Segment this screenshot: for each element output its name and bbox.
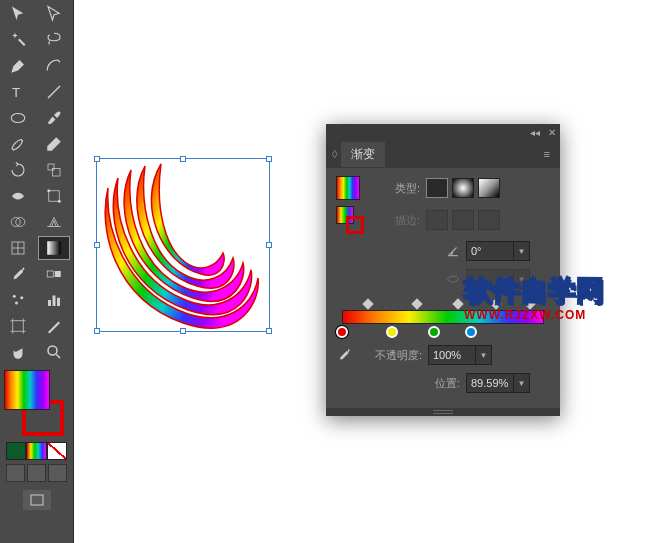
- close-icon[interactable]: ✕: [548, 127, 556, 138]
- svg-rect-19: [13, 321, 24, 332]
- color-stop-1[interactable]: [336, 326, 348, 338]
- gradient-panel: ◂◂ ✕ ◊ 渐变 ≡ 类型: 描边:: [326, 124, 560, 416]
- svg-rect-17: [52, 296, 55, 307]
- stroke-grad-across: [478, 210, 500, 230]
- color-stop-2[interactable]: [386, 326, 398, 338]
- eyedropper-icon[interactable]: [336, 347, 352, 363]
- svg-rect-18: [57, 298, 60, 306]
- gradient-type-freeform[interactable]: [478, 178, 500, 198]
- fill-swatch[interactable]: [4, 370, 50, 410]
- rotate-tool[interactable]: [2, 158, 34, 182]
- width-tool[interactable]: [2, 184, 34, 208]
- handle-r[interactable]: [266, 242, 272, 248]
- svg-rect-12: [54, 271, 60, 277]
- handle-b[interactable]: [180, 328, 186, 334]
- eraser-tool[interactable]: [38, 132, 70, 156]
- opacity-input[interactable]: 100%: [428, 345, 476, 365]
- angle-icon: [446, 244, 460, 258]
- draw-normal[interactable]: [6, 464, 25, 482]
- color-stop-4[interactable]: [465, 326, 477, 338]
- svg-point-6: [57, 200, 60, 203]
- watermark: 软件自学网 WWW.RJZXW.COM: [464, 272, 604, 322]
- color-mode-solid[interactable]: [6, 442, 26, 460]
- blend-tool[interactable]: [38, 262, 70, 286]
- svg-rect-11: [47, 271, 53, 277]
- magic-wand-tool[interactable]: [2, 28, 34, 52]
- artboard-tool[interactable]: [2, 314, 34, 338]
- toolbox-panel: T: [0, 0, 74, 543]
- direct-selection-tool[interactable]: [38, 2, 70, 26]
- watermark-url: WWW.RJZXW.COM: [464, 308, 604, 322]
- handle-l[interactable]: [94, 242, 100, 248]
- slice-tool[interactable]: [38, 314, 70, 338]
- shaper-tool[interactable]: [2, 132, 34, 156]
- panel-toggle-icon[interactable]: ◊: [332, 148, 337, 160]
- svg-point-5: [47, 189, 50, 192]
- svg-point-14: [20, 296, 23, 299]
- panel-menu-icon[interactable]: ≡: [540, 144, 554, 164]
- svg-point-1: [11, 114, 25, 123]
- eyedropper-tool[interactable]: [2, 262, 34, 286]
- canvas-selection[interactable]: [96, 158, 270, 332]
- midpoint-1[interactable]: [362, 298, 373, 309]
- perspective-grid-tool[interactable]: [38, 210, 70, 234]
- paintbrush-tool[interactable]: [38, 106, 70, 130]
- midpoint-3[interactable]: [452, 298, 463, 309]
- opacity-dropdown[interactable]: ▼: [476, 345, 492, 365]
- watermark-text: 软件自学网: [464, 272, 604, 310]
- curvature-tool[interactable]: [38, 54, 70, 78]
- color-mode-none[interactable]: [47, 442, 67, 460]
- handle-br[interactable]: [266, 328, 272, 334]
- type-label: 类型:: [372, 181, 420, 196]
- midpoint-2[interactable]: [411, 298, 422, 309]
- fill-stroke-toggle[interactable]: [336, 206, 364, 234]
- position-label: 位置:: [412, 376, 460, 391]
- svg-point-15: [15, 302, 18, 305]
- handle-tr[interactable]: [266, 156, 272, 162]
- handle-tl[interactable]: [94, 156, 100, 162]
- stroke-grad-within: [426, 210, 448, 230]
- opacity-label: 不透明度:: [358, 348, 422, 363]
- bounding-box: [96, 158, 270, 332]
- hand-tool[interactable]: [2, 340, 34, 364]
- screen-mode[interactable]: [23, 490, 51, 510]
- column-graph-tool[interactable]: [38, 288, 70, 312]
- svg-point-13: [13, 295, 16, 298]
- lasso-tool[interactable]: [38, 28, 70, 52]
- gradient-type-linear[interactable]: [426, 178, 448, 198]
- angle-input[interactable]: 0°: [466, 241, 514, 261]
- mesh-tool[interactable]: [2, 236, 34, 260]
- handle-t[interactable]: [180, 156, 186, 162]
- zoom-tool[interactable]: [38, 340, 70, 364]
- tab-gradient[interactable]: 渐变: [341, 142, 385, 167]
- stroke-label: 描边:: [372, 213, 420, 228]
- selection-tool[interactable]: [2, 2, 34, 26]
- svg-rect-10: [47, 241, 61, 255]
- handle-bl[interactable]: [94, 328, 100, 334]
- svg-text:T: T: [12, 85, 20, 100]
- panel-resize-handle[interactable]: [326, 408, 560, 416]
- svg-rect-21: [31, 495, 43, 505]
- pen-tool[interactable]: [2, 54, 34, 78]
- position-dropdown[interactable]: ▼: [514, 373, 530, 393]
- scale-tool[interactable]: [38, 158, 70, 182]
- ellipse-tool[interactable]: [2, 106, 34, 130]
- symbol-sprayer-tool[interactable]: [2, 288, 34, 312]
- color-mode-gradient[interactable]: [26, 442, 46, 460]
- gradient-preview-swatch[interactable]: [336, 176, 360, 200]
- angle-dropdown[interactable]: ▼: [514, 241, 530, 261]
- free-transform-tool[interactable]: [38, 184, 70, 208]
- color-stop-3[interactable]: [428, 326, 440, 338]
- position-input[interactable]: 89.59%: [466, 373, 514, 393]
- shape-builder-tool[interactable]: [2, 210, 34, 234]
- svg-point-20: [48, 346, 57, 355]
- gradient-tool[interactable]: [38, 236, 70, 260]
- draw-behind[interactable]: [27, 464, 46, 482]
- draw-inside[interactable]: [48, 464, 67, 482]
- type-tool[interactable]: T: [2, 80, 34, 104]
- gradient-type-radial[interactable]: [452, 178, 474, 198]
- svg-rect-4: [48, 191, 59, 202]
- collapse-icon[interactable]: ◂◂: [530, 127, 540, 138]
- aspect-icon: [446, 272, 460, 286]
- line-segment-tool[interactable]: [38, 80, 70, 104]
